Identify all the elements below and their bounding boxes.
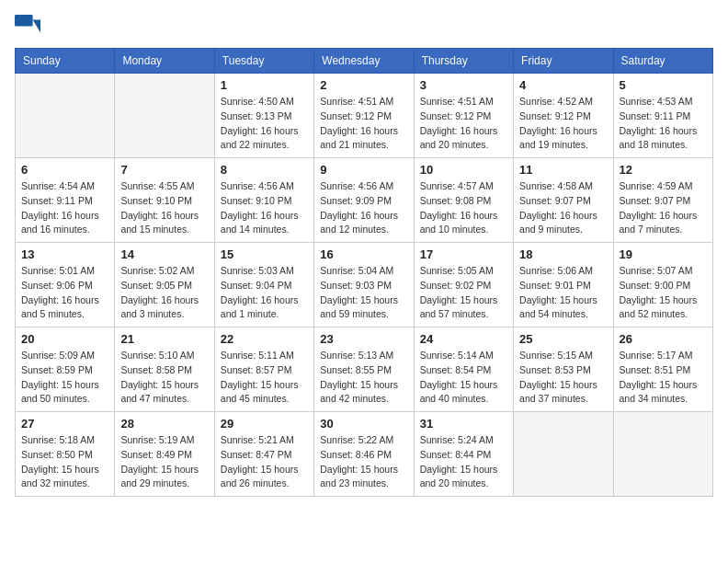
calendar-cell: 12Sunrise: 4:59 AM Sunset: 9:07 PM Dayli… xyxy=(613,158,712,243)
day-detail: Sunrise: 5:04 AM Sunset: 9:03 PM Dayligh… xyxy=(320,264,407,322)
calendar-table: SundayMondayTuesdayWednesdayThursdayFrid… xyxy=(15,48,713,497)
day-number: 14 xyxy=(120,247,208,261)
day-detail: Sunrise: 4:59 AM Sunset: 9:07 PM Dayligh… xyxy=(620,179,707,237)
day-detail: Sunrise: 5:01 AM Sunset: 9:06 PM Dayligh… xyxy=(21,264,108,322)
day-number: 18 xyxy=(519,247,607,261)
calendar-cell: 13Sunrise: 5:01 AM Sunset: 9:06 PM Dayli… xyxy=(16,243,115,327)
day-number: 4 xyxy=(519,78,607,92)
day-detail: Sunrise: 5:05 AM Sunset: 9:02 PM Dayligh… xyxy=(420,264,507,322)
calendar-cell: 21Sunrise: 5:10 AM Sunset: 8:58 PM Dayli… xyxy=(115,327,214,412)
svg-rect-1 xyxy=(15,15,33,27)
day-detail: Sunrise: 4:51 AM Sunset: 9:12 PM Dayligh… xyxy=(320,95,407,153)
day-number: 22 xyxy=(221,332,308,346)
day-number: 30 xyxy=(320,417,407,431)
day-detail: Sunrise: 4:56 AM Sunset: 9:09 PM Dayligh… xyxy=(320,179,407,237)
calendar-cell xyxy=(16,74,115,158)
day-number: 12 xyxy=(620,163,707,177)
day-detail: Sunrise: 5:19 AM Sunset: 8:49 PM Dayligh… xyxy=(120,433,208,491)
day-header-sunday: Sunday xyxy=(16,49,115,74)
calendar-cell: 1Sunrise: 4:50 AM Sunset: 9:13 PM Daylig… xyxy=(214,74,313,158)
day-number: 2 xyxy=(320,78,407,92)
day-header-wednesday: Wednesday xyxy=(314,49,414,74)
day-number: 28 xyxy=(120,417,208,431)
calendar-header-row: SundayMondayTuesdayWednesdayThursdayFrid… xyxy=(16,49,713,74)
day-detail: Sunrise: 5:13 AM Sunset: 8:55 PM Dayligh… xyxy=(320,349,407,407)
calendar-cell: 26Sunrise: 5:17 AM Sunset: 8:51 PM Dayli… xyxy=(613,327,712,412)
calendar-cell: 4Sunrise: 4:52 AM Sunset: 9:12 PM Daylig… xyxy=(514,74,613,158)
calendar-cell: 5Sunrise: 4:53 AM Sunset: 9:11 PM Daylig… xyxy=(613,74,712,158)
day-detail: Sunrise: 4:51 AM Sunset: 9:12 PM Dayligh… xyxy=(420,95,507,153)
day-number: 21 xyxy=(120,332,208,346)
logo-icon xyxy=(15,15,40,40)
calendar-cell: 8Sunrise: 4:56 AM Sunset: 9:10 PM Daylig… xyxy=(214,158,313,243)
day-detail: Sunrise: 5:14 AM Sunset: 8:54 PM Dayligh… xyxy=(420,349,507,407)
calendar-week-row: 1Sunrise: 4:50 AM Sunset: 9:13 PM Daylig… xyxy=(16,74,713,158)
calendar-cell: 17Sunrise: 5:05 AM Sunset: 9:02 PM Dayli… xyxy=(414,243,513,327)
day-number: 27 xyxy=(21,417,108,431)
svg-rect-2 xyxy=(15,28,33,40)
day-number: 10 xyxy=(420,163,507,177)
day-number: 17 xyxy=(420,247,507,261)
day-number: 7 xyxy=(120,163,208,177)
calendar-cell: 24Sunrise: 5:14 AM Sunset: 8:54 PM Dayli… xyxy=(414,327,513,412)
day-detail: Sunrise: 4:53 AM Sunset: 9:11 PM Dayligh… xyxy=(620,95,707,153)
calendar-cell xyxy=(115,74,214,158)
day-detail: Sunrise: 5:06 AM Sunset: 9:01 PM Dayligh… xyxy=(519,264,607,322)
day-header-friday: Friday xyxy=(514,49,613,74)
calendar-cell: 16Sunrise: 5:04 AM Sunset: 9:03 PM Dayli… xyxy=(314,243,414,327)
calendar-cell: 28Sunrise: 5:19 AM Sunset: 8:49 PM Dayli… xyxy=(115,412,214,497)
logo xyxy=(15,15,44,40)
day-number: 6 xyxy=(21,163,108,177)
day-detail: Sunrise: 5:10 AM Sunset: 8:58 PM Dayligh… xyxy=(120,349,208,407)
svg-marker-0 xyxy=(33,20,40,33)
day-detail: Sunrise: 5:07 AM Sunset: 9:00 PM Dayligh… xyxy=(620,264,707,322)
calendar-cell: 9Sunrise: 4:56 AM Sunset: 9:09 PM Daylig… xyxy=(314,158,414,243)
calendar-cell: 29Sunrise: 5:21 AM Sunset: 8:47 PM Dayli… xyxy=(214,412,313,497)
day-detail: Sunrise: 5:21 AM Sunset: 8:47 PM Dayligh… xyxy=(221,433,308,491)
calendar-week-row: 6Sunrise: 4:54 AM Sunset: 9:11 PM Daylig… xyxy=(16,158,713,243)
calendar-week-row: 27Sunrise: 5:18 AM Sunset: 8:50 PM Dayli… xyxy=(16,412,713,497)
calendar-cell: 30Sunrise: 5:22 AM Sunset: 8:46 PM Dayli… xyxy=(314,412,414,497)
day-header-tuesday: Tuesday xyxy=(214,49,313,74)
calendar-cell: 10Sunrise: 4:57 AM Sunset: 9:08 PM Dayli… xyxy=(414,158,513,243)
day-number: 5 xyxy=(620,78,707,92)
calendar-cell: 31Sunrise: 5:24 AM Sunset: 8:44 PM Dayli… xyxy=(414,412,513,497)
calendar-cell: 27Sunrise: 5:18 AM Sunset: 8:50 PM Dayli… xyxy=(16,412,115,497)
day-detail: Sunrise: 4:55 AM Sunset: 9:10 PM Dayligh… xyxy=(120,179,208,237)
calendar-cell: 20Sunrise: 5:09 AM Sunset: 8:59 PM Dayli… xyxy=(16,327,115,412)
day-detail: Sunrise: 4:50 AM Sunset: 9:13 PM Dayligh… xyxy=(221,95,308,153)
calendar-cell: 6Sunrise: 4:54 AM Sunset: 9:11 PM Daylig… xyxy=(16,158,115,243)
day-number: 19 xyxy=(620,247,707,261)
calendar-cell: 3Sunrise: 4:51 AM Sunset: 9:12 PM Daylig… xyxy=(414,74,513,158)
day-detail: Sunrise: 5:11 AM Sunset: 8:57 PM Dayligh… xyxy=(221,349,308,407)
calendar-cell: 19Sunrise: 5:07 AM Sunset: 9:00 PM Dayli… xyxy=(613,243,712,327)
day-number: 9 xyxy=(320,163,407,177)
day-header-thursday: Thursday xyxy=(414,49,513,74)
day-number: 25 xyxy=(519,332,607,346)
day-detail: Sunrise: 5:15 AM Sunset: 8:53 PM Dayligh… xyxy=(519,349,607,407)
calendar-cell: 22Sunrise: 5:11 AM Sunset: 8:57 PM Dayli… xyxy=(214,327,313,412)
day-number: 29 xyxy=(221,417,308,431)
day-detail: Sunrise: 4:54 AM Sunset: 9:11 PM Dayligh… xyxy=(21,179,108,237)
page-header xyxy=(15,15,713,40)
day-detail: Sunrise: 4:56 AM Sunset: 9:10 PM Dayligh… xyxy=(221,179,308,237)
day-number: 15 xyxy=(221,247,308,261)
day-detail: Sunrise: 5:18 AM Sunset: 8:50 PM Dayligh… xyxy=(21,433,108,491)
calendar-cell xyxy=(514,412,613,497)
day-detail: Sunrise: 4:52 AM Sunset: 9:12 PM Dayligh… xyxy=(519,95,607,153)
calendar-week-row: 20Sunrise: 5:09 AM Sunset: 8:59 PM Dayli… xyxy=(16,327,713,412)
day-number: 16 xyxy=(320,247,407,261)
day-number: 3 xyxy=(420,78,507,92)
calendar-cell: 18Sunrise: 5:06 AM Sunset: 9:01 PM Dayli… xyxy=(514,243,613,327)
day-number: 31 xyxy=(420,417,507,431)
day-detail: Sunrise: 5:09 AM Sunset: 8:59 PM Dayligh… xyxy=(21,349,108,407)
day-header-saturday: Saturday xyxy=(613,49,712,74)
day-number: 23 xyxy=(320,332,407,346)
day-number: 13 xyxy=(21,247,108,261)
day-number: 24 xyxy=(420,332,507,346)
calendar-cell: 14Sunrise: 5:02 AM Sunset: 9:05 PM Dayli… xyxy=(115,243,214,327)
day-number: 11 xyxy=(519,163,607,177)
day-number: 8 xyxy=(221,163,308,177)
day-detail: Sunrise: 4:58 AM Sunset: 9:07 PM Dayligh… xyxy=(519,179,607,237)
calendar-cell xyxy=(613,412,712,497)
